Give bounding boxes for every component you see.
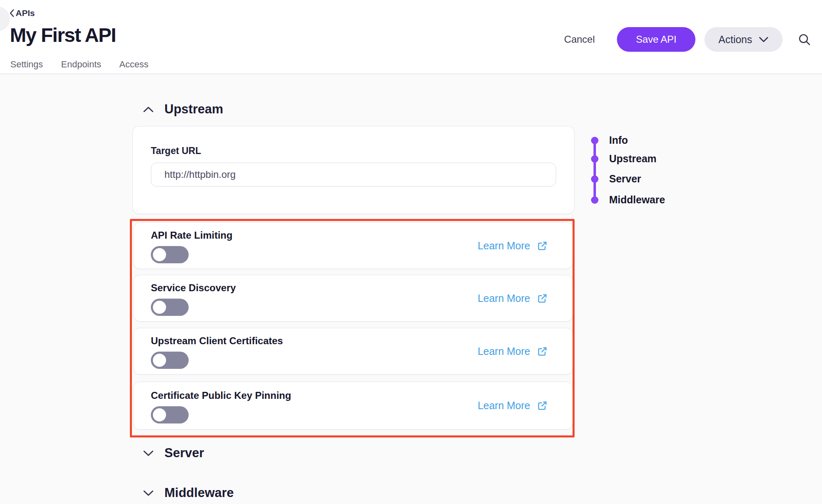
stepper-dot	[591, 155, 598, 163]
target-url-input[interactable]	[151, 163, 556, 186]
stepper-item-info[interactable]: Info	[590, 134, 628, 146]
save-api-button[interactable]: Save API	[617, 27, 695, 52]
certificate-public-key-pinning-toggle[interactable]	[151, 406, 189, 423]
breadcrumb-label: APIs	[16, 8, 35, 18]
tab-bar: Settings Endpoints Access	[10, 59, 148, 75]
search-icon	[797, 32, 811, 46]
stepper-label: Upstream	[609, 153, 656, 165]
external-link-icon	[537, 346, 548, 357]
target-url-card: Target URL	[132, 126, 575, 214]
learn-more-link[interactable]: Learn More	[478, 292, 548, 304]
breadcrumb-back-apis[interactable]: APIs	[9, 8, 35, 18]
stepper-line	[593, 138, 596, 198]
header-actions: Cancel Save API Actions	[564, 27, 811, 52]
learn-more-label: Learn More	[478, 345, 530, 357]
stepper-item-server[interactable]: Server	[590, 173, 641, 185]
toggle-knob	[153, 248, 166, 261]
chevron-down-icon	[143, 490, 154, 496]
external-link-icon	[537, 400, 548, 411]
feature-title: API Rate Limiting	[151, 230, 233, 241]
search-button[interactable]	[797, 32, 811, 46]
feature-card-upstream-client-certificates: Upstream Client Certificates Learn More	[133, 328, 573, 375]
edge-widget-fragment	[0, 7, 10, 31]
tab-access[interactable]: Access	[119, 59, 148, 75]
page-title: My First API	[10, 24, 116, 46]
service-discovery-toggle[interactable]	[151, 299, 189, 316]
target-url-label: Target URL	[151, 145, 201, 156]
tab-settings[interactable]: Settings	[10, 59, 43, 75]
feature-title: Certificate Public Key Pinning	[151, 390, 291, 401]
cancel-button[interactable]: Cancel	[564, 34, 595, 45]
learn-more-label: Learn More	[478, 292, 530, 304]
stepper-item-upstream[interactable]: Upstream	[590, 153, 656, 165]
actions-dropdown-button[interactable]: Actions	[704, 27, 783, 52]
stepper-dot	[591, 175, 598, 183]
page-header: APIs My First API Settings Endpoints Acc…	[0, 0, 822, 74]
learn-more-link[interactable]: Learn More	[478, 240, 548, 252]
section-header-upstream[interactable]: Upstream	[143, 102, 223, 117]
section-header-server[interactable]: Server	[143, 446, 204, 460]
learn-more-link[interactable]: Learn More	[478, 345, 548, 357]
external-link-icon	[537, 293, 548, 304]
upstream-client-certificates-toggle[interactable]	[151, 352, 189, 369]
stepper-label: Middleware	[609, 194, 665, 206]
learn-more-link[interactable]: Learn More	[478, 400, 548, 412]
feature-card-certificate-public-key-pinning: Certificate Public Key Pinning Learn Mor…	[133, 382, 573, 430]
section-heading-middleware-label: Middleware	[164, 486, 234, 500]
feature-card-api-rate-limiting: API Rate Limiting Learn More	[133, 222, 573, 269]
chevron-down-icon	[143, 450, 154, 456]
learn-more-label: Learn More	[478, 240, 530, 252]
section-heading-server-label: Server	[164, 446, 204, 460]
stepper-label: Info	[609, 134, 628, 146]
toggle-knob	[153, 301, 166, 314]
chevron-down-icon	[759, 37, 769, 43]
feature-title: Upstream Client Certificates	[151, 335, 283, 347]
stepper-item-middleware[interactable]: Middleware	[590, 194, 665, 206]
feature-title: Service Discovery	[151, 282, 236, 294]
api-rate-limiting-toggle[interactable]	[151, 246, 189, 263]
stepper-dot	[591, 196, 598, 204]
feature-card-service-discovery: Service Discovery Learn More	[133, 275, 573, 322]
toggle-knob	[153, 354, 166, 367]
chevron-up-icon	[143, 106, 154, 113]
actions-label: Actions	[718, 34, 752, 46]
external-link-icon	[537, 240, 548, 251]
chevron-left-icon	[9, 9, 15, 18]
stepper-label: Server	[609, 173, 641, 185]
section-heading-upstream-label: Upstream	[164, 102, 223, 117]
section-header-middleware[interactable]: Middleware	[143, 486, 234, 500]
tab-endpoints[interactable]: Endpoints	[61, 59, 102, 75]
stepper-dot	[591, 137, 598, 144]
learn-more-label: Learn More	[478, 400, 530, 412]
toggle-knob	[153, 408, 166, 421]
main-content: Info Upstream Target URL API Rate Limiti…	[0, 0, 822, 504]
